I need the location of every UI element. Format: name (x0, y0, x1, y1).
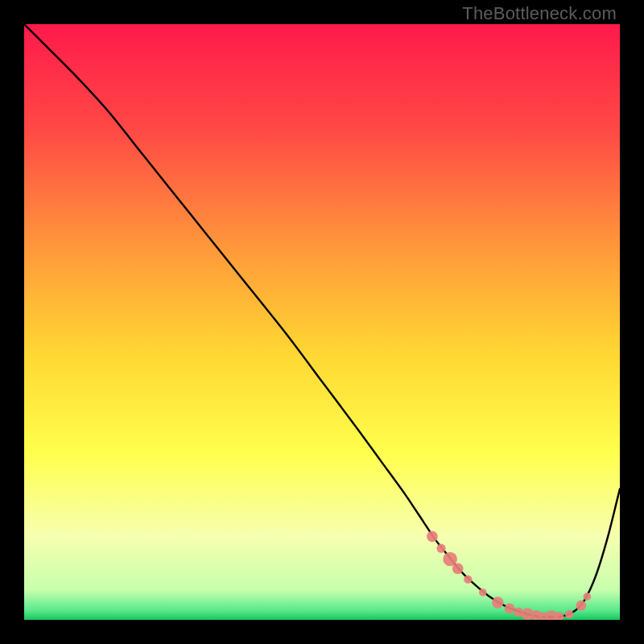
data-marker (505, 604, 515, 614)
data-marker (464, 575, 472, 583)
data-marker (576, 601, 587, 611)
data-marker (479, 588, 487, 597)
data-marker (452, 564, 464, 575)
chart-frame (24, 24, 620, 620)
data-marker (565, 610, 573, 618)
bottleneck-chart (24, 24, 620, 620)
data-marker (492, 597, 503, 608)
data-marker (584, 592, 592, 601)
data-marker (427, 531, 438, 543)
watermark-text: TheBottleneck.com (462, 3, 617, 24)
data-marker (436, 544, 445, 553)
gradient-background (24, 24, 620, 620)
